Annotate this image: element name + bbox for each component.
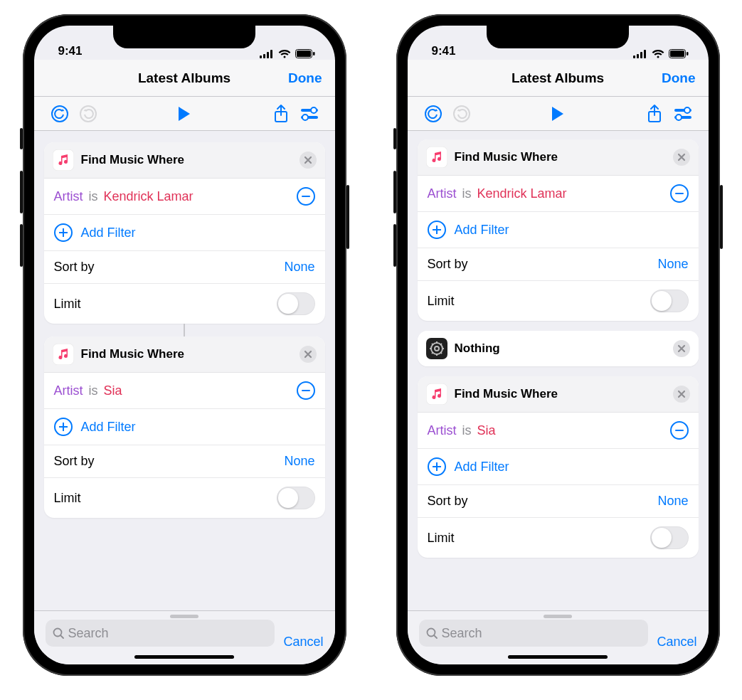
filter-row[interactable]: Artist is Kendrick Lamar xyxy=(418,176,699,212)
share-button[interactable] xyxy=(640,100,669,128)
phone-left: 9:41 Latest Albums Done xyxy=(23,14,346,676)
toolbar xyxy=(408,97,709,131)
drag-handle[interactable] xyxy=(170,615,198,618)
add-filter-button[interactable]: Add Filter xyxy=(418,212,699,248)
add-filter-button[interactable]: Add Filter xyxy=(44,215,325,251)
svg-rect-31 xyxy=(675,193,684,194)
svg-point-11 xyxy=(311,107,317,113)
plus-icon xyxy=(428,221,446,239)
wifi-icon xyxy=(278,50,291,58)
filter-row[interactable]: Artist is Sia xyxy=(418,413,699,449)
add-filter-button[interactable]: Add Filter xyxy=(418,449,699,485)
add-filter-button[interactable]: Add Filter xyxy=(44,409,325,445)
limit-row: Limit xyxy=(44,284,325,324)
play-button[interactable] xyxy=(544,100,572,128)
svg-rect-19 xyxy=(640,52,642,58)
filter-operator[interactable]: is xyxy=(462,423,472,438)
filter-value[interactable]: Sia xyxy=(477,423,496,438)
sort-by-row[interactable]: Sort by None xyxy=(418,485,699,518)
plus-icon xyxy=(54,418,73,436)
close-icon xyxy=(677,153,686,161)
sort-by-row[interactable]: Sort by None xyxy=(418,248,699,281)
search-placeholder: Search xyxy=(442,626,482,641)
filter-row[interactable]: Artist is Kendrick Lamar xyxy=(44,179,325,215)
redo-button xyxy=(447,100,476,128)
remove-action-button[interactable] xyxy=(673,340,690,357)
search-input[interactable]: Search xyxy=(419,620,649,647)
remove-filter-button[interactable] xyxy=(297,381,315,400)
filter-operator[interactable]: is xyxy=(89,189,98,204)
filter-field[interactable]: Artist xyxy=(54,383,83,398)
done-button[interactable]: Done xyxy=(288,70,322,86)
filter-field[interactable]: Artist xyxy=(428,186,457,201)
redo-button xyxy=(74,100,102,128)
filter-value[interactable]: Sia xyxy=(104,383,122,398)
action-card[interactable]: Find Music Where Artist is Kendrick Lama… xyxy=(418,139,699,321)
action-card[interactable]: Find Music Where Artist is Sia xyxy=(44,336,325,518)
action-title: Find Music Where xyxy=(455,387,666,401)
action-card[interactable]: Find Music Where Artist is Sia Add Filte… xyxy=(418,376,699,558)
action-title: Find Music Where xyxy=(81,153,292,167)
undo-button[interactable] xyxy=(46,100,74,128)
settings-button[interactable] xyxy=(669,100,697,128)
limit-toggle[interactable] xyxy=(650,290,689,312)
filter-field[interactable]: Artist xyxy=(54,189,83,204)
music-app-icon xyxy=(426,383,447,405)
filter-value[interactable]: Kendrick Lamar xyxy=(104,189,194,204)
gear-icon xyxy=(430,341,444,356)
limit-row: Limit xyxy=(418,518,699,558)
limit-toggle[interactable] xyxy=(650,526,689,549)
close-icon xyxy=(304,156,312,164)
share-button[interactable] xyxy=(267,100,295,128)
home-indicator[interactable] xyxy=(508,655,608,659)
undo-button[interactable] xyxy=(419,100,447,128)
sort-by-row[interactable]: Sort by None xyxy=(44,445,325,478)
svg-rect-22 xyxy=(670,51,684,57)
svg-rect-6 xyxy=(313,52,315,55)
settings-button[interactable] xyxy=(295,100,324,128)
filter-operator[interactable]: is xyxy=(462,186,472,201)
svg-rect-3 xyxy=(270,50,272,58)
remove-filter-button[interactable] xyxy=(297,187,315,206)
remove-action-button[interactable] xyxy=(673,149,690,166)
svg-rect-17 xyxy=(633,55,635,58)
minus-icon xyxy=(302,390,310,391)
minus-icon xyxy=(675,430,684,431)
close-icon xyxy=(304,350,312,359)
sort-by-value[interactable]: None xyxy=(657,494,688,509)
cancel-button[interactable]: Cancel xyxy=(657,635,696,649)
limit-toggle[interactable] xyxy=(277,292,315,315)
remove-action-button[interactable] xyxy=(300,346,317,363)
done-button[interactable]: Done xyxy=(662,70,696,86)
workflow-canvas[interactable]: Find Music Where Artist is Kendrick Lama… xyxy=(408,131,709,610)
cancel-button[interactable]: Cancel xyxy=(283,635,323,649)
sort-by-value[interactable]: None xyxy=(284,454,314,469)
remove-action-button[interactable] xyxy=(300,152,317,169)
search-input[interactable]: Search xyxy=(46,620,275,647)
svg-rect-23 xyxy=(687,52,689,55)
limit-toggle[interactable] xyxy=(277,487,315,509)
sort-by-value[interactable]: None xyxy=(657,257,688,272)
music-app-icon xyxy=(53,149,74,171)
action-card[interactable]: Find Music Where Artist is Kendrick Lama… xyxy=(44,142,325,324)
filter-operator[interactable]: is xyxy=(89,383,98,398)
sort-by-value[interactable]: None xyxy=(284,260,314,275)
remove-filter-button[interactable] xyxy=(670,421,689,440)
nothing-action-card[interactable]: Nothing xyxy=(418,331,699,366)
sort-by-row[interactable]: Sort by None xyxy=(44,251,325,284)
filter-row[interactable]: Artist is Sia xyxy=(44,373,325,409)
remove-filter-button[interactable] xyxy=(670,184,689,203)
filter-field[interactable]: Artist xyxy=(428,423,457,438)
filter-value[interactable]: Kendrick Lamar xyxy=(477,186,567,201)
home-indicator[interactable] xyxy=(134,655,234,659)
page-title: Latest Albums xyxy=(512,70,604,86)
workflow-canvas[interactable]: Find Music Where Artist is Kendrick Lama… xyxy=(34,131,335,610)
action-title: Find Music Where xyxy=(455,150,666,164)
cellular-icon xyxy=(633,50,647,58)
remove-action-button[interactable] xyxy=(673,386,690,403)
drag-handle[interactable] xyxy=(544,615,572,618)
music-app-icon xyxy=(426,147,447,168)
svg-rect-34 xyxy=(675,430,684,431)
play-button[interactable] xyxy=(170,100,198,128)
svg-point-30 xyxy=(676,115,682,120)
